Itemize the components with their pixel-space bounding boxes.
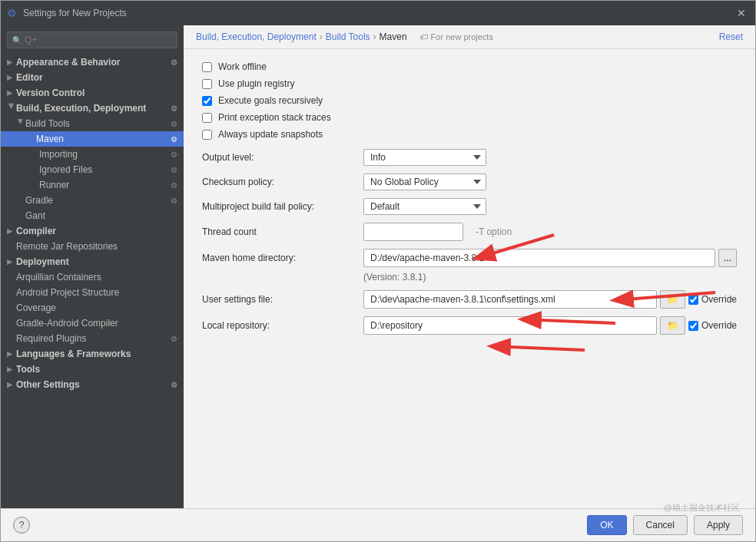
local-repo-row: Local repository: 📁 Override xyxy=(202,316,737,335)
maven-home-control: D:/dev/apache-maven-3.8.1 ... xyxy=(363,249,737,267)
output-level-label: Output level: xyxy=(202,152,363,163)
sidebar-item-importing[interactable]: Importing ⚙ xyxy=(1,147,184,162)
sidebar-item-gradle[interactable]: ▶ Gradle ⚙ xyxy=(1,193,184,208)
sidebar-item-label: Gradle-Android Compiler xyxy=(16,318,177,329)
expand-arrow: ▶ xyxy=(7,89,16,97)
sidebar-item-android-structure[interactable]: Android Project Structure xyxy=(1,285,184,300)
settings-content: Work offline Use plugin registry Execute… xyxy=(184,49,755,508)
breadcrumb-build[interactable]: Build, Execution, Deployment xyxy=(196,31,317,42)
settings-icon: ⚙ xyxy=(171,58,177,67)
sidebar-item-gradle-android[interactable]: Gradle-Android Compiler xyxy=(1,316,184,331)
settings-icon: ⚙ xyxy=(171,150,177,159)
settings-icon: ⚙ xyxy=(171,120,177,128)
sidebar-item-maven[interactable]: ▶ Maven ⚙ xyxy=(1,131,184,147)
tag-label: For new projects xyxy=(431,32,493,41)
sidebar-item-remote-jar[interactable]: Remote Jar Repositories xyxy=(1,239,184,254)
sidebar-item-label: Coverage xyxy=(16,302,177,313)
user-settings-override-checkbox[interactable] xyxy=(688,295,698,305)
window-title: Settings for New Projects xyxy=(23,8,728,18)
execute-goals-row: Execute goals recursively xyxy=(202,95,737,106)
local-repo-label: Local repository: xyxy=(202,320,363,331)
local-repo-browse-btn[interactable]: 📁 xyxy=(660,316,685,335)
checksum-policy-row: Checksum policy: No Global Policy Strict… xyxy=(202,174,737,190)
expand-arrow: ▶ xyxy=(7,58,16,66)
sidebar-item-label: Compiler xyxy=(16,226,177,236)
search-input[interactable] xyxy=(25,35,172,45)
sidebar-item-version-control[interactable]: ▶ Version Control xyxy=(1,85,184,101)
tag-icon: 🏷 xyxy=(419,32,428,41)
work-offline-checkbox[interactable] xyxy=(202,62,212,72)
expand-arrow: ▶ xyxy=(17,119,25,128)
breadcrumb-maven: Maven xyxy=(380,31,407,42)
sidebar-item-required-plugins[interactable]: Required Plugins ⚙ xyxy=(1,331,184,346)
breadcrumb-build-tools[interactable]: Build Tools xyxy=(326,31,370,42)
sidebar-item-tools[interactable]: ▶ Tools xyxy=(1,362,184,377)
sidebar-item-arquillian[interactable]: Arquillian Containers xyxy=(1,269,184,285)
sidebar-item-appearance[interactable]: ▶ Appearance & Behavior ⚙ xyxy=(1,55,184,70)
sidebar-item-compiler[interactable]: ▶ Compiler xyxy=(1,223,184,239)
sidebar-item-label: Required Plugins xyxy=(16,333,167,344)
sidebar-item-build-execution[interactable]: ▶ Build, Execution, Deployment ⚙ xyxy=(1,101,184,116)
multiproject-fail-row: Multiproject build fail policy: Default … xyxy=(202,198,737,215)
sidebar-item-label: Android Project Structure xyxy=(16,287,177,298)
use-plugin-checkbox[interactable] xyxy=(202,79,212,89)
multiproject-fail-select[interactable]: Default Fail Fast Fail Never xyxy=(363,198,486,215)
sidebar-item-label: Importing xyxy=(39,149,167,160)
always-update-row: Always update snapshots xyxy=(202,129,737,140)
always-update-label: Always update snapshots xyxy=(218,129,323,140)
sidebar: 🔍 ▶ Appearance & Behavior ⚙ ▶ Editor ▶ V… xyxy=(1,25,184,508)
sidebar-item-label: Tools xyxy=(16,364,177,375)
sidebar-item-label: Appearance & Behavior xyxy=(16,57,167,68)
thread-count-input[interactable] xyxy=(363,223,463,241)
search-box[interactable]: 🔍 xyxy=(7,31,177,48)
print-exception-checkbox[interactable] xyxy=(202,113,212,123)
sidebar-item-ignored-files[interactable]: Ignored Files ⚙ xyxy=(1,162,184,177)
local-repo-input[interactable] xyxy=(363,316,657,335)
sidebar-item-deployment[interactable]: ▶ Deployment xyxy=(1,254,184,269)
sidebar-item-label: Ignored Files xyxy=(39,164,167,175)
apply-button[interactable]: Apply xyxy=(694,515,743,535)
sidebar-item-other-settings[interactable]: ▶ Other Settings ⚙ xyxy=(1,377,184,392)
sidebar-item-runner[interactable]: Runner ⚙ xyxy=(1,177,184,193)
output-level-control: Info Debug Warn Error xyxy=(363,149,737,166)
user-settings-input[interactable] xyxy=(363,290,657,309)
breadcrumb-tag: 🏷 For new projects xyxy=(419,32,493,41)
print-exception-label: Print exception stack traces xyxy=(218,112,331,123)
expand-arrow: ▶ xyxy=(8,104,15,113)
sidebar-item-label: Languages & Frameworks xyxy=(16,349,177,359)
expand-arrow: ▶ xyxy=(7,227,16,235)
checksum-policy-select[interactable]: No Global Policy Strict Lenient Ignore xyxy=(363,174,486,190)
sidebar-item-label: Gradle xyxy=(25,195,167,206)
checksum-policy-control: No Global Policy Strict Lenient Ignore xyxy=(363,174,737,190)
always-update-checkbox[interactable] xyxy=(202,130,212,140)
user-settings-browse-btn[interactable]: 📁 xyxy=(660,290,685,309)
maven-home-row: Maven home directory: D:/dev/apache-mave… xyxy=(202,249,737,267)
sidebar-item-coverage[interactable]: Coverage xyxy=(1,300,184,316)
footer: ? OK Cancel Apply xyxy=(1,508,755,541)
local-repo-override-checkbox[interactable] xyxy=(688,321,698,331)
sidebar-item-label: Build Tools xyxy=(25,118,167,129)
print-exception-row: Print exception stack traces xyxy=(202,112,737,123)
settings-window: ⚙ Settings for New Projects ✕ 🔍 ▶ Appear… xyxy=(0,0,756,542)
expand-arrow: ▶ xyxy=(7,350,16,358)
ok-button[interactable]: OK xyxy=(587,515,626,535)
sidebar-item-gant[interactable]: ▶ Gant xyxy=(1,208,184,223)
close-button[interactable]: ✕ xyxy=(734,5,749,21)
title-bar: ⚙ Settings for New Projects ✕ xyxy=(1,1,755,25)
maven-home-browse-btn[interactable]: ... xyxy=(718,249,737,267)
sidebar-item-build-tools[interactable]: ▶ Build Tools ⚙ xyxy=(1,116,184,131)
help-button[interactable]: ? xyxy=(13,517,30,534)
maven-home-select[interactable]: D:/dev/apache-maven-3.8.1 xyxy=(363,249,715,267)
cancel-button[interactable]: Cancel xyxy=(633,515,688,535)
version-info: (Version: 3.8.1) xyxy=(363,272,737,283)
sidebar-item-label: Gant xyxy=(25,210,177,221)
sidebar-item-label: Build, Execution, Deployment xyxy=(16,103,167,114)
sidebar-item-languages[interactable]: ▶ Languages & Frameworks xyxy=(1,346,184,362)
reset-button[interactable]: Reset xyxy=(719,31,743,42)
thread-count-control: -T option xyxy=(363,223,737,241)
settings-icon: ⚙ xyxy=(171,335,177,343)
execute-goals-checkbox[interactable] xyxy=(202,96,212,106)
sidebar-item-editor[interactable]: ▶ Editor xyxy=(1,70,184,85)
output-level-select[interactable]: Info Debug Warn Error xyxy=(363,149,486,166)
thread-count-label: Thread count xyxy=(202,226,363,237)
